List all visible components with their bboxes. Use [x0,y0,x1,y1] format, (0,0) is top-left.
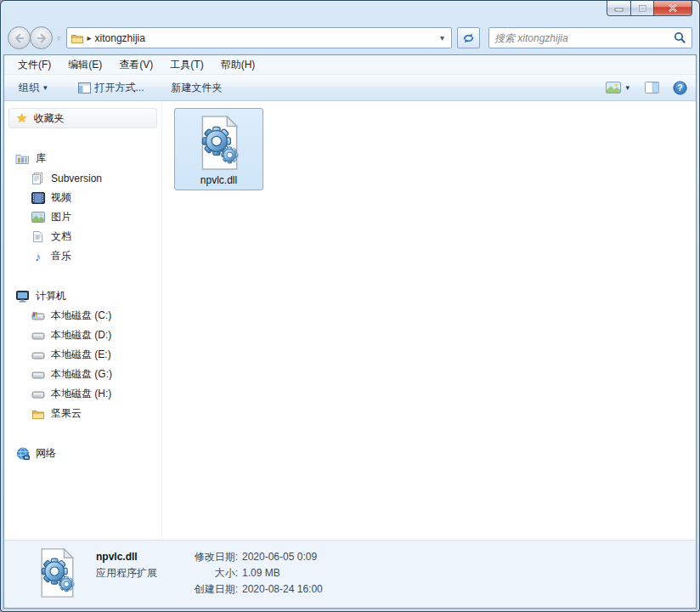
preview-pane-button[interactable] [641,79,663,96]
back-button[interactable] [8,26,31,49]
subversion-label: Subversion [51,173,102,184]
refresh-icon [462,32,475,44]
sidebar-item-drive-e[interactable]: 本地磁盘 (E:) [4,345,161,365]
sidebar-item-drive-c[interactable]: 本地磁盘 (C:) [4,306,161,326]
file-metadata: 修改日期: 2020-06-05 0:09 大小: 1.09 MB 创建日期: … [188,547,323,598]
details-file-type: 应用程序扩展 [96,565,174,581]
sidebar-item-music[interactable]: ♪ 音乐 [4,246,161,266]
nutstore-label: 坚果云 [51,406,82,421]
views-button[interactable]: ▾ [602,79,633,96]
sidebar-item-videos[interactable]: 视频 [4,188,161,207]
organize-label: 组织 [19,81,39,95]
video-icon [31,190,45,205]
sidebar-item-network[interactable]: 网络 [4,444,161,463]
sidebar-item-subversion[interactable]: Subversion [4,168,161,188]
sidebar-item-drive-h[interactable]: 本地磁盘 (H:) [4,384,161,404]
breadcrumb[interactable]: xitongzhijia [95,32,145,44]
title-bar[interactable] [1,1,699,23]
open-with-button[interactable]: 打开方式... [71,77,152,99]
search-icon[interactable] [674,31,686,44]
organize-button[interactable]: 组织 ▾ [11,77,55,99]
drive-icon [31,328,45,343]
help-icon: ? [673,81,687,95]
sidebar-spacer [4,128,161,149]
details-file-name: npvlc.dll [96,549,174,565]
drive-icon [31,387,45,401]
file-list[interactable]: npvlc.dll [162,101,696,540]
computer-icon [15,289,30,303]
network-globe-icon [15,446,30,461]
new-folder-label: 新建文件夹 [172,81,223,95]
computer-label: 计算机 [36,289,66,303]
breadcrumb-arrow-icon[interactable]: ▸ [88,33,92,42]
created-value: 2020-08-24 16:00 [242,581,323,598]
file-summary: npvlc.dll 应用程序扩展 [96,547,174,581]
folder-icon [31,406,45,421]
minimize-icon [614,4,624,12]
videos-label: 视频 [51,190,71,205]
back-arrow-icon [14,33,25,43]
window-controls [607,1,692,16]
drive-icon [31,367,45,382]
metadata-row-created: 创建日期: 2020-08-24 16:00 [188,581,323,598]
sidebar-spacer [4,423,161,444]
minimize-button[interactable] [607,1,631,16]
forward-arrow-icon [36,33,48,43]
sidebar-item-pictures[interactable]: 图片 [4,207,161,227]
drive-e-label: 本地磁盘 (E:) [51,348,111,362]
recent-pages-chevron-icon[interactable]: ▿ [57,34,61,42]
maximize-button[interactable] [631,1,654,16]
drive-d-label: 本地磁盘 (D:) [51,328,111,343]
created-label: 创建日期: [188,581,242,598]
search-input[interactable] [494,32,674,44]
menu-edit[interactable]: 编辑(E) [59,55,110,75]
organize-dropdown-icon: ▾ [43,83,48,92]
refresh-button[interactable] [457,27,480,48]
sidebar-item-libraries[interactable]: 库 [4,149,161,168]
sidebar-item-favorites[interactable]: ★ 收藏夹 [8,108,157,128]
help-button[interactable]: ? [671,78,689,98]
system-drive-icon [31,309,45,323]
sidebar-item-drive-d[interactable]: 本地磁盘 (D:) [4,326,161,345]
close-button[interactable] [654,1,692,16]
dll-file-icon-large [31,547,82,599]
address-bar[interactable]: ▸ xitongzhijia ▾ [66,27,452,48]
menu-view[interactable]: 查看(V) [110,55,161,75]
modified-value: 2020-06-05 0:09 [242,549,323,565]
library-documents-icon [31,171,45,185]
metadata-row-size: 大小: 1.09 MB [188,565,323,581]
new-folder-button[interactable]: 新建文件夹 [164,77,230,99]
size-label: 大小: [188,565,242,581]
file-name-label: npvlc.dll [200,174,237,186]
address-dropdown-icon[interactable]: ▾ [437,33,448,42]
views-icon [606,82,621,94]
menu-tools[interactable]: 工具(T) [161,55,212,75]
modified-label: 修改日期: [188,549,242,565]
sidebar-item-documents[interactable]: 文档 [4,227,161,246]
close-icon [668,3,678,13]
preview-pane-icon [645,82,659,94]
sidebar-item-nutstore[interactable]: 坚果云 [4,404,161,423]
search-box [488,27,692,48]
folder-icon [71,31,84,45]
documents-label: 文档 [51,230,71,244]
sidebar-item-computer[interactable]: 计算机 [4,286,161,306]
client-area: 文件(F) 编辑(E) 查看(V) 工具(T) 帮助(H) 组织 ▾ 打开方式.… [3,54,697,609]
music-label: 音乐 [51,249,71,264]
favorites-label: 收藏夹 [33,111,64,126]
picture-icon [31,210,45,224]
views-dropdown-icon: ▾ [625,83,629,92]
details-pane: npvlc.dll 应用程序扩展 修改日期: 2020-06-05 0:09 大… [4,540,696,608]
navigation-pane: ★ 收藏夹 库 [4,101,162,540]
forward-button[interactable] [30,26,53,49]
pictures-label: 图片 [51,210,71,224]
dll-file-icon [191,115,247,171]
svg-text:?: ? [677,82,682,93]
file-item-npvlc-dll[interactable]: npvlc.dll [174,108,263,190]
sidebar-item-drive-g[interactable]: 本地磁盘 (G:) [4,365,161,384]
drive-h-label: 本地磁盘 (H:) [51,387,111,401]
menu-help[interactable]: 帮助(H) [212,55,264,75]
menu-file[interactable]: 文件(F) [9,55,59,75]
drive-g-label: 本地磁盘 (G:) [51,367,112,382]
command-toolbar: 组织 ▾ 打开方式... 新建文件夹 [4,75,696,101]
